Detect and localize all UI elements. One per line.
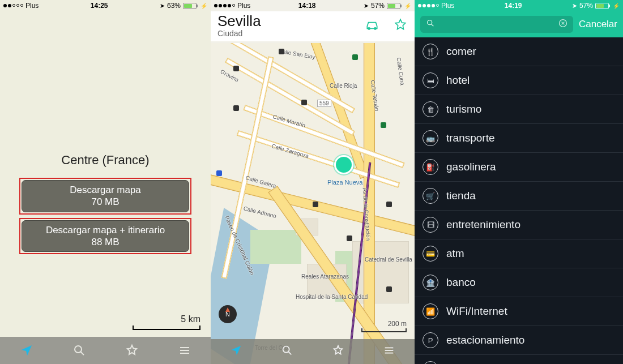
search-input[interactable] — [439, 20, 554, 29]
map-scale: 200 m — [361, 320, 407, 332]
category-item[interactable]: 🚌transporte — [415, 124, 623, 153]
battery-icon — [595, 3, 610, 9]
poi-label: Hospital de la Santa Caridad — [296, 294, 368, 301]
carrier-label: Plus — [25, 2, 39, 10]
charging-icon: ⚡ — [404, 3, 411, 9]
scale-label: 200 m — [361, 320, 407, 328]
poi-pin-icon[interactable] — [352, 54, 358, 60]
download-map-label: Descargar mapa — [28, 184, 183, 196]
search-field[interactable] — [420, 16, 573, 33]
cancel-button[interactable]: Cancelar — [579, 19, 617, 30]
clock: 14:18 — [298, 2, 316, 10]
search-bar: Cancelar — [415, 11, 623, 37]
svg-line-1 — [80, 352, 84, 356]
poi-pin-icon[interactable] — [347, 235, 352, 241]
category-label: tienda — [446, 190, 476, 202]
signal-dots-icon — [418, 4, 439, 7]
battery-icon — [387, 3, 402, 9]
scale-bar-icon — [133, 326, 200, 330]
plaza-label: Plaza Nueva — [327, 179, 362, 186]
map-canvas[interactable]: Calle San Eloy Gravina Calle Rioja Calle… — [211, 43, 415, 364]
fuel-icon: ⛽ — [423, 159, 438, 175]
download-full-size: 88 MB — [28, 236, 183, 248]
city-subtitle: Ciudad — [217, 29, 261, 38]
charging-icon: ⚡ — [200, 3, 207, 9]
cart-icon: 🛒 — [423, 188, 438, 204]
scale-bar-icon — [361, 328, 407, 332]
category-item[interactable]: 🍴comer — [415, 37, 623, 66]
category-item[interactable]: 💳atm — [415, 239, 623, 268]
current-location-icon — [334, 155, 353, 174]
favorite-button[interactable] — [393, 18, 408, 35]
favorite-tab[interactable] — [332, 344, 344, 359]
poi-pin-icon[interactable] — [386, 202, 392, 207]
bottom-tabbar — [211, 339, 415, 364]
download-map-highlight: Descargar mapa 70 MB — [19, 178, 191, 215]
search-tab[interactable] — [72, 343, 87, 358]
status-bar: Plus 14:18 ➤ 57% ⚡ — [211, 0, 415, 11]
download-map-button[interactable]: Descargar mapa 70 MB — [22, 180, 189, 212]
svg-point-7 — [283, 346, 289, 353]
category-item[interactable]: Pestacionamiento — [415, 326, 623, 355]
city-title: Sevilla — [217, 14, 261, 29]
category-item[interactable]: 🛒tienda — [415, 182, 623, 211]
atm-icon: 💳 — [423, 246, 438, 262]
locate-tab[interactable] — [19, 343, 34, 358]
locate-tab[interactable] — [230, 344, 242, 359]
category-label: banco — [446, 276, 476, 289]
svg-point-12 — [428, 20, 432, 25]
category-item[interactable]: 🏦banco — [415, 268, 623, 297]
trash-icon: 🗑 — [423, 101, 438, 117]
map-scale: 5 km — [133, 314, 200, 330]
poi-pin-icon[interactable] — [279, 49, 284, 54]
category-item[interactable]: 🎞entretenimiento — [415, 211, 623, 239]
search-tab[interactable] — [281, 344, 293, 359]
category-item[interactable]: ⛽gasolinera — [415, 153, 623, 182]
location-arrow-icon: ➤ — [364, 2, 369, 10]
svg-point-0 — [75, 346, 82, 353]
category-item[interactable]: 🛏hotel — [415, 66, 623, 95]
wifi-icon: 📶 — [423, 303, 438, 319]
poi-pin-icon[interactable] — [381, 122, 386, 128]
svg-line-13 — [432, 24, 434, 27]
poi-pin-icon[interactable] — [301, 100, 307, 105]
street-label: Calle Cuna — [396, 57, 406, 86]
location-arrow-icon: ➤ — [160, 2, 165, 10]
poi-label: Catedral de Sevilla — [365, 257, 412, 263]
clear-search-icon[interactable] — [558, 19, 567, 30]
category-label: atm — [446, 247, 464, 260]
category-label: WiFi/Internet — [446, 305, 507, 318]
poi-pin-icon[interactable] — [216, 170, 222, 176]
search-icon — [426, 19, 435, 30]
scale-label: 5 km — [133, 314, 200, 324]
category-item[interactable]: 🗑turismo — [415, 95, 623, 124]
favorite-tab[interactable] — [125, 343, 139, 358]
download-map-size: 70 MB — [28, 196, 183, 208]
fork-knife-icon: 🍴 — [423, 44, 438, 59]
house-number: 559 — [317, 100, 331, 107]
status-bar: Plus 14:19 ➤ 57% ⚡ — [415, 0, 623, 11]
bank-icon: 🏦 — [423, 275, 438, 290]
parking-icon: P — [423, 332, 438, 348]
category-item[interactable]: 📶WiFi/Internet — [415, 297, 623, 326]
location-arrow-icon: ➤ — [572, 2, 577, 10]
battery-pct: 57% — [371, 2, 385, 10]
category-item[interactable]: ✚servicios sanitario — [415, 355, 623, 364]
download-map-route-button[interactable]: Descargar mapa + itinerario 88 MB — [22, 220, 189, 252]
street-label: Calle Rioja — [330, 83, 357, 89]
poi-pin-icon[interactable] — [233, 105, 239, 111]
clock: 14:19 — [505, 2, 522, 10]
poi-pin-icon[interactable] — [386, 286, 392, 292]
poi-pin-icon[interactable] — [233, 66, 239, 71]
route-car-button[interactable] — [365, 18, 379, 35]
poi-pin-icon[interactable] — [313, 202, 318, 207]
download-full-label: Descargar mapa + itinerario — [28, 224, 183, 236]
category-label: entretenimiento — [446, 219, 520, 231]
street-label: Calle Adriano — [243, 205, 277, 219]
map-header: Sevilla Ciudad — [211, 11, 415, 41]
region-title: Centre (France) — [0, 153, 211, 168]
svg-line-8 — [288, 352, 291, 354]
compass-icon[interactable]: N — [219, 305, 237, 323]
menu-tab[interactable] — [177, 343, 192, 358]
menu-tab[interactable] — [383, 344, 395, 359]
